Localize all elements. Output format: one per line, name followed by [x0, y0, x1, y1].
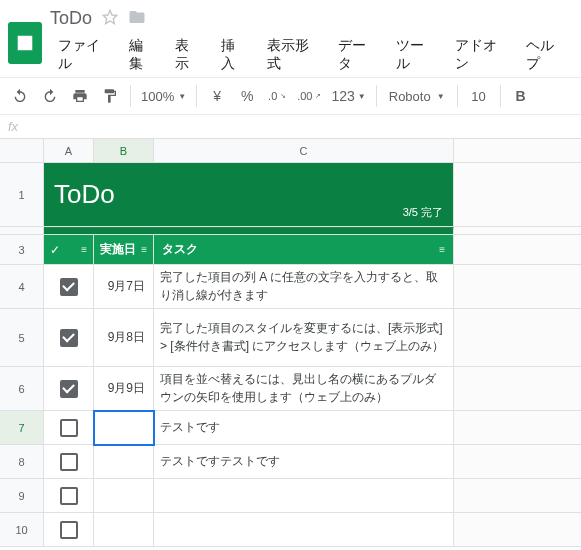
grid-gutter	[454, 227, 581, 235]
spreadsheet-grid: A B C 1 ToDo 3/5 完了 2 3 ✓ ≡ 実施日 ≡ タスク ≡ …	[0, 139, 581, 547]
increase-decimal-label: .00	[297, 90, 312, 102]
font-family-select[interactable]: Roboto▼	[383, 82, 451, 110]
chevron-down-icon: ▼	[178, 92, 186, 101]
checkbox-icon	[60, 521, 78, 539]
menu-bar: ファイル 編集 表示 挿入 表示形式 データ ツール アドオン ヘルプ	[50, 33, 573, 77]
redo-button[interactable]	[36, 82, 64, 110]
menu-file[interactable]: ファイル	[50, 33, 117, 77]
menu-insert[interactable]: 挿入	[213, 33, 255, 77]
task-cell[interactable]: 項目を並べ替えるには、見出し名の横にあるプルダウンの矢印を使用します（ウェブ上の…	[154, 367, 454, 411]
checkbox-cell[interactable]	[44, 479, 94, 513]
font-size-select[interactable]: 10	[464, 82, 494, 110]
select-all-corner[interactable]	[0, 139, 44, 163]
sheet-title[interactable]: ToDo	[44, 163, 154, 227]
header-task-label: タスク	[162, 241, 198, 258]
col-header-B[interactable]: B	[94, 139, 154, 163]
grid-gutter	[454, 513, 581, 547]
row-header[interactable]: 5	[0, 309, 44, 367]
date-cell[interactable]	[94, 445, 154, 479]
grid-gutter	[454, 445, 581, 479]
menu-format[interactable]: 表示形式	[259, 33, 326, 77]
number-format-menu[interactable]: 123▼	[327, 82, 369, 110]
toolbar-separator	[500, 85, 501, 107]
menu-tools[interactable]: ツール	[388, 33, 443, 77]
move-folder-icon[interactable]	[128, 8, 146, 29]
svg-marker-1	[103, 10, 116, 23]
menu-view[interactable]: 表示	[167, 33, 209, 77]
date-cell[interactable]	[94, 411, 154, 445]
format-percent-button[interactable]: %	[233, 82, 261, 110]
title-bar: ToDo ファイル 編集 表示 挿入 表示形式 データ ツール アドオン ヘルプ	[0, 0, 581, 77]
sheets-app-icon[interactable]	[8, 22, 42, 64]
zoom-select[interactable]: 100%▼	[137, 82, 190, 110]
task-cell[interactable]	[154, 479, 454, 513]
col-header-C[interactable]: C	[154, 139, 454, 163]
row-header[interactable]: 6	[0, 367, 44, 411]
format-currency-button[interactable]: ¥	[203, 82, 231, 110]
row-header[interactable]: 2	[0, 227, 44, 235]
grid-gutter	[454, 235, 581, 265]
header-check[interactable]: ✓ ≡	[44, 235, 94, 265]
checkbox-cell[interactable]	[44, 367, 94, 411]
grid-gutter	[454, 411, 581, 445]
font-size-value: 10	[471, 89, 485, 104]
row-header[interactable]: 9	[0, 479, 44, 513]
star-icon[interactable]	[102, 9, 118, 28]
header-date[interactable]: 実施日 ≡	[94, 235, 154, 265]
toolbar-separator	[457, 85, 458, 107]
row-header[interactable]: 4	[0, 265, 44, 309]
increase-decimal-button[interactable]: .00↗	[293, 82, 325, 110]
toolbar-separator	[130, 85, 131, 107]
checkbox-cell[interactable]	[44, 513, 94, 547]
header-task[interactable]: タスク ≡	[154, 235, 454, 265]
completion-status[interactable]: 3/5 完了	[154, 163, 454, 227]
date-cell[interactable]: 9月9日	[94, 367, 154, 411]
row-header[interactable]: 7	[0, 411, 44, 445]
filter-icon[interactable]: ≡	[439, 244, 445, 255]
undo-button[interactable]	[6, 82, 34, 110]
row-header[interactable]: 3	[0, 235, 44, 265]
bold-button[interactable]: B	[507, 82, 535, 110]
numfmt-label: 123	[331, 88, 354, 104]
row-header[interactable]: 1	[0, 163, 44, 227]
date-cell[interactable]	[94, 513, 154, 547]
checkbox-icon	[60, 487, 78, 505]
grid-gutter	[454, 309, 581, 367]
date-cell[interactable]: 9月7日	[94, 265, 154, 309]
document-title[interactable]: ToDo	[50, 8, 92, 29]
grid-gutter	[454, 265, 581, 309]
task-cell[interactable]: 完了した項目のスタイルを変更するには、[表示形式] > [条件付き書式] にアク…	[154, 309, 454, 367]
task-cell[interactable]: テストですテストです	[154, 445, 454, 479]
menu-help[interactable]: ヘルプ	[518, 33, 573, 77]
print-button[interactable]	[66, 82, 94, 110]
date-cell[interactable]	[94, 479, 154, 513]
paint-format-button[interactable]	[96, 82, 124, 110]
checkbox-cell[interactable]	[44, 445, 94, 479]
checkbox-icon	[60, 419, 78, 437]
header-date-label: 実施日	[100, 241, 136, 258]
menu-data[interactable]: データ	[330, 33, 385, 77]
decrease-decimal-button[interactable]: .0↘	[263, 82, 291, 110]
formula-bar[interactable]: fx	[0, 115, 581, 139]
checkbox-cell[interactable]	[44, 309, 94, 367]
row-header[interactable]: 10	[0, 513, 44, 547]
task-cell[interactable]: 完了した項目の列 A に任意の文字を入力すると、取り消し線が付きます	[154, 265, 454, 309]
grid-gutter	[454, 139, 581, 163]
grid-gutter	[454, 163, 581, 227]
row-header[interactable]: 8	[0, 445, 44, 479]
task-cell[interactable]: テストです	[154, 411, 454, 445]
task-cell[interactable]	[154, 513, 454, 547]
toolbar-separator	[376, 85, 377, 107]
banner-gap	[44, 227, 454, 235]
col-header-A[interactable]: A	[44, 139, 94, 163]
date-cell[interactable]: 9月8日	[94, 309, 154, 367]
filter-icon[interactable]: ≡	[141, 244, 147, 255]
decrease-decimal-label: .0	[268, 90, 277, 102]
checkbox-cell[interactable]	[44, 265, 94, 309]
checkbox-cell[interactable]	[44, 411, 94, 445]
menu-addons[interactable]: アドオン	[447, 33, 514, 77]
chevron-down-icon: ▼	[437, 92, 445, 101]
menu-edit[interactable]: 編集	[121, 33, 163, 77]
toolbar: 100%▼ ¥ % .0↘ .00↗ 123▼ Roboto▼ 10 B	[0, 77, 581, 115]
filter-icon[interactable]: ≡	[81, 244, 87, 255]
